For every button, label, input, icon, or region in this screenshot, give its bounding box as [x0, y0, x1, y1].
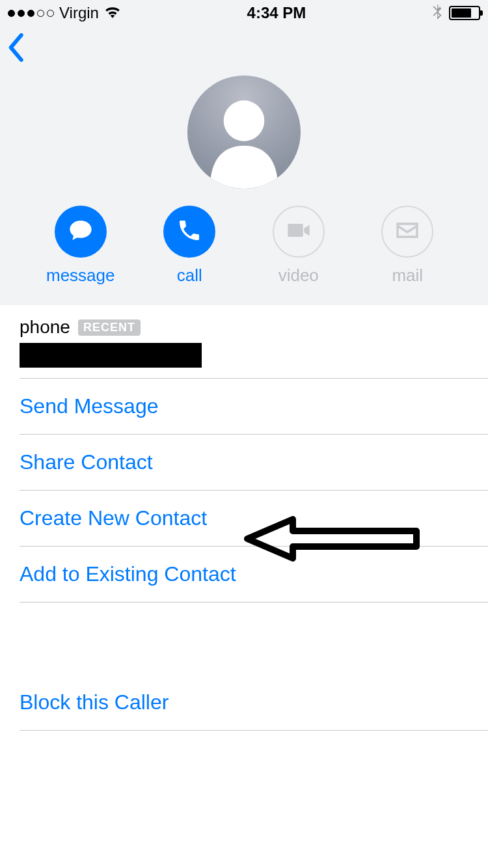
mail-icon: [394, 217, 420, 246]
message-label: message: [46, 265, 115, 286]
carrier-label: Virgin: [59, 4, 99, 22]
action-row: message call video mail: [0, 206, 488, 292]
send-message-row[interactable]: Send Message: [0, 379, 488, 434]
content-list: phone RECENT Send Message Share Contact …: [0, 305, 488, 731]
mail-button: mail: [365, 206, 450, 286]
add-to-existing-contact-row[interactable]: Add to Existing Contact: [0, 547, 488, 602]
status-left: Virgin: [8, 4, 121, 22]
share-contact-row[interactable]: Share Contact: [0, 435, 488, 490]
phone-number-redacted: [20, 343, 202, 368]
signal-strength-icon: [8, 10, 54, 17]
call-label: call: [177, 265, 202, 286]
phone-icon: [176, 217, 202, 246]
message-icon: [68, 217, 94, 246]
nav-bar: [0, 26, 488, 72]
status-right: [432, 3, 480, 23]
video-label: video: [278, 265, 319, 286]
battery-icon: [449, 6, 480, 20]
create-new-contact-row[interactable]: Create New Contact: [0, 491, 488, 546]
mail-label: mail: [392, 265, 423, 286]
video-button: video: [256, 206, 341, 286]
phone-row[interactable]: phone RECENT: [0, 305, 488, 378]
phone-field-label: phone: [20, 317, 70, 338]
bluetooth-icon: [432, 3, 442, 23]
status-time: 4:34 PM: [247, 4, 306, 22]
contact-header: message call video mail: [0, 26, 488, 305]
message-button[interactable]: message: [38, 206, 123, 286]
avatar-placeholder-icon: [187, 75, 301, 189]
call-button[interactable]: call: [147, 206, 232, 286]
back-button[interactable]: [7, 33, 25, 64]
status-bar: Virgin 4:34 PM: [0, 0, 488, 26]
recent-badge: RECENT: [78, 319, 141, 336]
avatar-container: [0, 72, 488, 206]
svg-point-0: [224, 100, 265, 141]
block-this-caller-row[interactable]: Block this Caller: [0, 675, 488, 730]
wifi-icon: [104, 4, 121, 22]
video-icon: [286, 217, 312, 246]
